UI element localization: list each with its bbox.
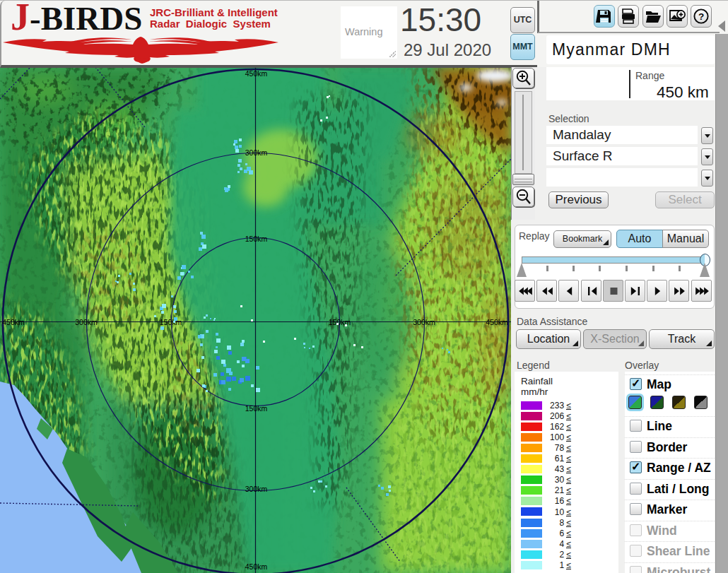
svg-text:150km: 150km: [245, 404, 268, 413]
svg-text:300km: 300km: [245, 148, 268, 157]
svg-text:150km: 150km: [329, 318, 351, 326]
svg-text:450km: 450km: [486, 318, 508, 326]
svg-text:300km: 300km: [245, 485, 268, 493]
svg-text:300km: 300km: [75, 318, 98, 326]
svg-text:450km: 450km: [245, 69, 268, 78]
svg-text:?: ?: [698, 11, 704, 22]
svg-text:150km: 150km: [245, 235, 268, 243]
svg-text:450km: 450km: [245, 562, 268, 571]
svg-text:150km: 150km: [160, 318, 182, 326]
svg-text:450km: 450km: [2, 318, 25, 326]
svg-text:300km: 300km: [413, 318, 435, 326]
